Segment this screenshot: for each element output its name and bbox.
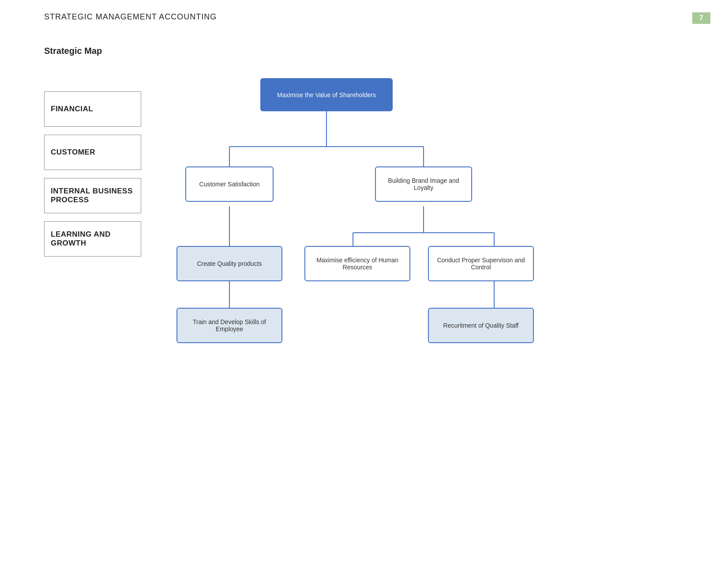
node-create-quality: Create Quality products: [176, 246, 282, 281]
left-labels: FINANCIAL CUSTOMER INTERNAL BUSINESS PRO…: [44, 91, 141, 257]
node-customer-satisfaction: Customer Satisfaction: [185, 166, 274, 202]
label-financial: FINANCIAL: [44, 91, 141, 127]
node-recruitment: Recuritment of Quality Staff: [428, 308, 534, 343]
node-shareholders: Maximise the Value of Shareholders: [260, 78, 393, 111]
diagram: Maximise the Value of Shareholders Custo…: [159, 69, 688, 449]
node-conduct-proper: Conduct Proper Supervison and Control: [428, 246, 534, 281]
header: STRATEGIC MANAGEMENT ACCOUNTING 7: [0, 0, 728, 24]
label-internal: INTERNAL BUSINESS PROCESS: [44, 178, 141, 213]
node-brand-image: Building Brand Image and Loyalty: [375, 166, 472, 202]
node-maximise-hr: Maximise efficiency of Human Resources: [304, 246, 410, 281]
label-customer: CUSTOMER: [44, 135, 141, 170]
node-train-develop: Train and Develop Skills of Employee: [176, 308, 282, 343]
main-content: FINANCIAL CUSTOMER INTERNAL BUSINESS PRO…: [0, 69, 728, 467]
section-title: Strategic Map: [44, 46, 728, 56]
label-learning: LEARNING AND GROWTH: [44, 221, 141, 257]
header-title: STRATEGIC MANAGEMENT ACCOUNTING: [44, 12, 217, 22]
page-number: 7: [692, 12, 710, 24]
